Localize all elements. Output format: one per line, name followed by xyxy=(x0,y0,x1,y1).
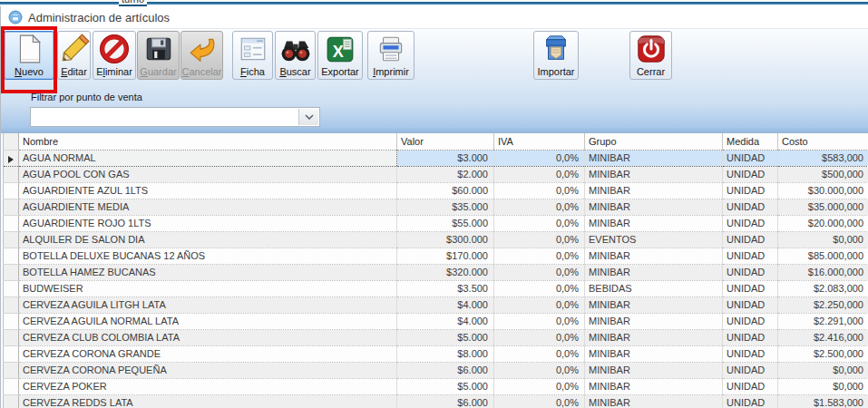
table-row[interactable]: BOTELLA DELUXE BUCANAS 12 AÑOS$170.0000,… xyxy=(4,248,868,264)
toolbar-button-imprimir[interactable]: Imprimir xyxy=(367,31,414,80)
row-selector[interactable] xyxy=(4,231,19,248)
cell-medida[interactable]: UNIDAD xyxy=(723,280,778,296)
cell-costo[interactable]: $0,000 xyxy=(778,231,868,248)
cell-medida[interactable]: UNIDAD xyxy=(723,199,778,215)
cell-iva[interactable]: 0,0% xyxy=(494,280,585,296)
cell-medida[interactable]: UNIDAD xyxy=(723,296,778,313)
toolbar-button-buscar[interactable]: Buscar xyxy=(275,31,316,80)
cell-nombre[interactable]: AGUA POOL CON GAS xyxy=(19,166,397,182)
cell-grupo[interactable]: MINIBAR xyxy=(585,182,723,199)
cell-iva[interactable]: 0,0% xyxy=(494,215,585,231)
cell-grupo[interactable]: MINIBAR xyxy=(585,248,723,264)
cell-grupo[interactable]: MINIBAR xyxy=(585,215,723,231)
cell-nombre[interactable]: AGUARDIENTE MEDIA xyxy=(19,199,397,215)
cell-iva[interactable]: 0,0% xyxy=(494,345,585,362)
cell-iva[interactable]: 0,0% xyxy=(494,150,585,166)
column-header-medida[interactable]: Medida xyxy=(723,133,778,150)
cell-medida[interactable]: UNIDAD xyxy=(723,329,778,345)
toolbar-button-nuevo[interactable]: Nuevo xyxy=(4,31,54,80)
cell-medida[interactable]: UNIDAD xyxy=(723,313,778,329)
cell-nombre[interactable]: CERVEZA REDDS LATA xyxy=(19,394,397,408)
cell-medida[interactable]: UNIDAD xyxy=(723,231,778,248)
cell-nombre[interactable]: BOTELLA HAMEZ BUCANAS xyxy=(19,264,397,280)
cell-iva[interactable]: 0,0% xyxy=(494,394,585,408)
table-row[interactable]: ALQUILER DE SALON DIA$300.0000,0%EVENTOS… xyxy=(4,231,868,248)
cell-medida[interactable]: UNIDAD xyxy=(723,394,778,408)
cell-medida[interactable]: UNIDAD xyxy=(723,345,778,362)
table-row[interactable]: BOTELLA HAMEZ BUCANAS$320.0000,0%MINIBAR… xyxy=(4,264,868,280)
cell-valor[interactable]: $6.000 xyxy=(397,394,494,408)
cell-valor[interactable]: $55.000 xyxy=(397,215,494,231)
row-selector[interactable] xyxy=(4,313,19,329)
cell-nombre[interactable]: CERVEZA AGUILA NORMAL LATA xyxy=(19,313,397,329)
cell-valor[interactable]: $4.000 xyxy=(397,296,494,313)
cell-iva[interactable]: 0,0% xyxy=(494,313,585,329)
cell-nombre[interactable]: CERVEZA CORONA PEQUEÑA xyxy=(19,362,397,378)
cell-nombre[interactable]: CERVEZA CLUB COLOMBIA LATA xyxy=(19,329,397,345)
cell-costo[interactable]: $2.416,000 xyxy=(778,329,868,345)
cell-nombre[interactable]: ALQUILER DE SALON DIA xyxy=(19,231,397,248)
row-selector[interactable] xyxy=(4,215,19,231)
cell-valor[interactable]: $4.000 xyxy=(397,313,494,329)
cell-nombre[interactable]: AGUA NORMAL xyxy=(19,150,397,166)
point-of-sale-combobox[interactable] xyxy=(30,107,320,127)
table-row[interactable]: AGUA POOL CON GAS$2.0000,0%MINIBARUNIDAD… xyxy=(4,166,868,182)
cell-costo[interactable]: $20.000,000 xyxy=(778,215,868,231)
cell-costo[interactable]: $2.250,000 xyxy=(778,296,868,313)
cell-medida[interactable]: UNIDAD xyxy=(723,248,778,264)
cell-nombre[interactable]: CERVEZA CORONA GRANDE xyxy=(19,345,397,362)
column-header-iva[interactable]: IVA xyxy=(494,133,585,150)
cell-grupo[interactable]: MINIBAR xyxy=(585,345,723,362)
cell-nombre[interactable]: AGUARDIENTE AZUL 1LTS xyxy=(19,182,397,199)
cell-valor[interactable]: $2.000 xyxy=(397,166,494,182)
cell-grupo[interactable]: BEBIDAS xyxy=(585,280,723,296)
cell-costo[interactable]: $500,000 xyxy=(778,166,868,182)
cell-medida[interactable]: UNIDAD xyxy=(723,150,778,166)
table-row[interactable]: BUDWEISER$3.5000,0%BEBIDASUNIDAD$2.083,0… xyxy=(4,280,868,296)
cell-valor[interactable]: $300.000 xyxy=(397,231,494,248)
cell-grupo[interactable]: MINIBAR xyxy=(585,362,723,378)
row-selector[interactable] xyxy=(4,248,19,264)
row-selector[interactable] xyxy=(4,280,19,296)
cell-nombre[interactable]: AGUARDIENTE ROJO 1LTS xyxy=(19,215,397,231)
cell-grupo[interactable]: MINIBAR xyxy=(585,394,723,408)
row-selector[interactable] xyxy=(4,378,19,394)
table-row[interactable]: CERVEZA AGUILA LITGH LATA$4.0000,0%MINIB… xyxy=(4,296,868,313)
cell-costo[interactable]: $2.291,000 xyxy=(778,313,868,329)
cell-costo[interactable]: $0,000 xyxy=(778,362,868,378)
cell-iva[interactable]: 0,0% xyxy=(494,231,585,248)
cell-grupo[interactable]: MINIBAR xyxy=(585,296,723,313)
column-header-valor[interactable]: Valor xyxy=(397,133,494,150)
cell-costo[interactable]: $2.500,000 xyxy=(778,345,868,362)
cell-valor[interactable]: $35.000 xyxy=(397,199,494,215)
toolbar-button-guardar[interactable]: Guardar xyxy=(137,31,180,80)
cell-costo[interactable]: $85.000,000 xyxy=(778,248,868,264)
cell-valor[interactable]: $6.000 xyxy=(397,362,494,378)
cell-nombre[interactable]: CERVEZA AGUILA LITGH LATA xyxy=(19,296,397,313)
cell-medida[interactable]: UNIDAD xyxy=(723,215,778,231)
cell-iva[interactable]: 0,0% xyxy=(494,329,585,345)
toolbar-button-eliminar[interactable]: Eliminar xyxy=(93,31,136,80)
column-header-grupo[interactable]: Grupo xyxy=(585,133,723,150)
cell-iva[interactable]: 0,0% xyxy=(494,199,585,215)
cell-medida[interactable]: UNIDAD xyxy=(723,378,778,394)
table-row[interactable]: AGUA NORMAL$3.0000,0%MINIBARUNIDAD$583,0… xyxy=(4,150,868,166)
cell-costo[interactable]: $2.083,000 xyxy=(778,280,868,296)
cell-grupo[interactable]: MINIBAR xyxy=(585,378,723,394)
cell-grupo[interactable]: MINIBAR xyxy=(585,264,723,280)
row-selector[interactable] xyxy=(4,296,19,313)
cell-grupo[interactable]: MINIBAR xyxy=(585,199,723,215)
column-header-nombre[interactable]: Nombre xyxy=(19,133,397,150)
cell-valor[interactable]: $3.500 xyxy=(397,280,494,296)
cell-valor[interactable]: $320.000 xyxy=(397,264,494,280)
table-row[interactable]: AGUARDIENTE MEDIA$35.0000,0%MINIBARUNIDA… xyxy=(4,199,868,215)
cell-costo[interactable]: $35.000,000 xyxy=(778,199,868,215)
toolbar-button-importar[interactable]: Importar xyxy=(533,31,579,80)
row-selector[interactable] xyxy=(4,182,19,199)
cell-grupo[interactable]: MINIBAR xyxy=(585,166,723,182)
table-row[interactable]: CERVEZA AGUILA NORMAL LATA$4.0000,0%MINI… xyxy=(4,313,868,329)
row-selector[interactable] xyxy=(4,199,19,215)
row-selector[interactable] xyxy=(4,166,19,182)
table-row[interactable]: AGUARDIENTE AZUL 1LTS$60.0000,0%MINIBARU… xyxy=(4,182,868,199)
cell-valor[interactable]: $60.000 xyxy=(397,182,494,199)
